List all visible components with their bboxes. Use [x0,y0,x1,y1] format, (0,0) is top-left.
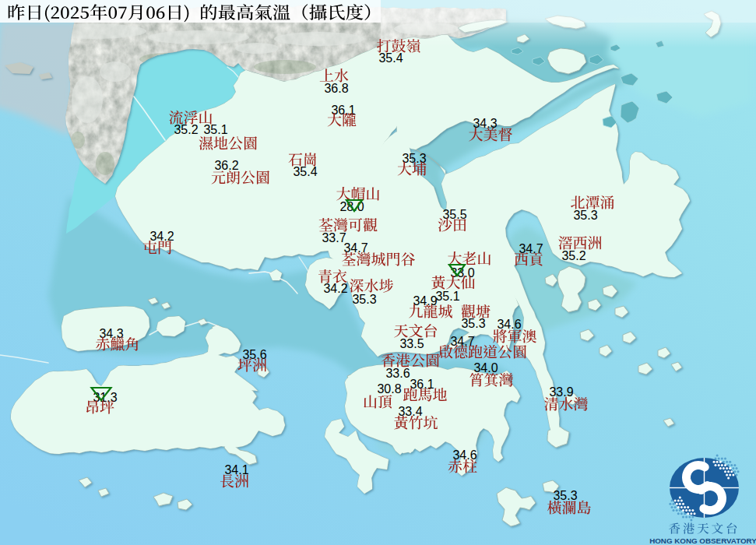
svg-text:35.5: 35.5 [442,208,466,221]
svg-text:33.9: 33.9 [549,385,573,399]
svg-text:30.8: 30.8 [377,382,401,396]
svg-text:34.2: 34.2 [323,282,347,295]
svg-text:36.1: 36.1 [410,378,434,391]
svg-text:35.3: 35.3 [352,293,376,306]
svg-text:35.3: 35.3 [573,209,597,222]
svg-text:35.4: 35.4 [378,51,403,65]
svg-text:33.6: 33.6 [385,367,410,380]
svg-text:34.9: 34.9 [413,294,437,308]
svg-text:35.3: 35.3 [461,317,485,330]
svg-text:33.7: 33.7 [322,231,346,244]
svg-text:34.6: 34.6 [497,318,521,331]
svg-text:34.0: 34.0 [473,361,498,374]
svg-text:36.8: 36.8 [324,82,348,95]
svg-text:HONG KONG OBSERVATORY: HONG KONG OBSERVATORY [649,536,756,545]
svg-text:34.2: 34.2 [149,230,174,243]
svg-text:33.4: 33.4 [398,405,422,418]
svg-text:33.5: 33.5 [399,337,424,350]
svg-text:35.4: 35.4 [293,165,317,178]
svg-text:35.2: 35.2 [174,123,198,136]
svg-text:35.1: 35.1 [435,290,459,303]
svg-text:35.3: 35.3 [553,489,577,502]
svg-text:35.2: 35.2 [561,249,585,262]
svg-text:34.6: 34.6 [452,448,476,462]
svg-text:36.2: 36.2 [214,159,238,172]
svg-text:35.1: 35.1 [203,123,227,136]
